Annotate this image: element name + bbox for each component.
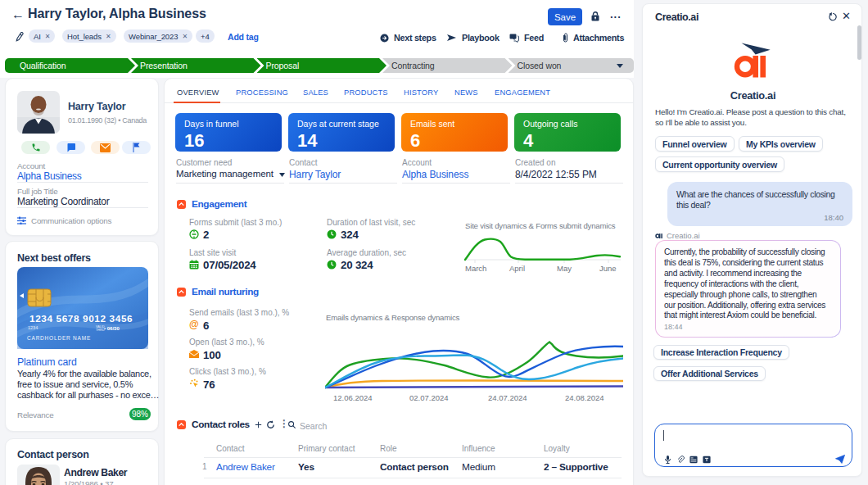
svg-text:1234: 1234 <box>28 325 38 330</box>
svg-text:March: March <box>465 264 486 273</box>
svg-text:24.08.2024: 24.08.2024 <box>565 393 604 402</box>
svg-text:1234 5678 9012 3456: 1234 5678 9012 3456 <box>29 313 133 324</box>
svg-text:May: May <box>557 264 572 273</box>
svg-text:June: June <box>599 264 617 273</box>
svg-text:• 06/30: • 06/30 <box>104 326 120 331</box>
svg-text:12.06.2024: 12.06.2024 <box>333 393 373 402</box>
svg-text:April: April <box>509 264 525 273</box>
svg-text:24.07.2024: 24.07.2024 <box>488 393 527 402</box>
svg-text:CARDHOLDER NAME: CARDHOLDER NAME <box>27 335 91 341</box>
svg-text:02.07.2024: 02.07.2024 <box>409 393 449 402</box>
